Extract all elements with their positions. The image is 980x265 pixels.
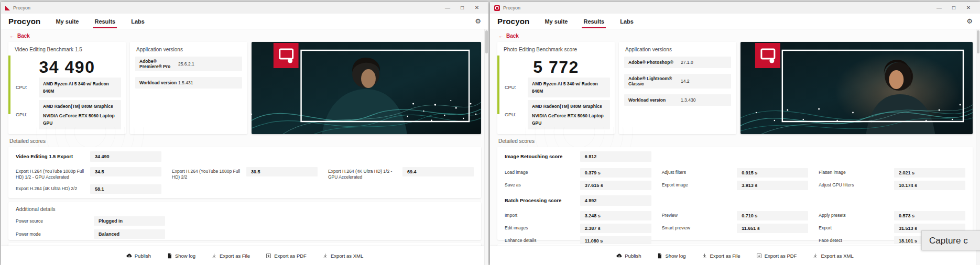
show-log-label: Show log [175,253,195,259]
detail-value: 2.021 s [894,168,965,178]
app-version-label: Adobe® Premiere® Pro [139,59,178,69]
settings-gear-icon[interactable]: ⚙ [475,14,481,29]
detail-label: Save as [505,181,580,188]
app-version-value: 1.5.431 [178,80,193,85]
tab-labs[interactable]: Labs [618,14,635,29]
procyon-logo-badge [274,43,299,68]
show-log-button[interactable]: Show log [657,253,685,259]
app-version-label: Workload version [139,80,178,85]
detail-cell: Export image 3.913 s [662,181,809,190]
detail-label: Export H.264 (4K Ultra HD) 2/2 [16,184,90,192]
export-as-xml-label: Export as XML [821,253,853,259]
tab-my-suite[interactable]: My suite [543,14,569,29]
gpu-value: AMD Radeon(TM) 840M Graphics NVIDIA GeFo… [528,100,610,129]
detail-label: Apply presets [819,211,894,218]
app-version-row: Adobe® Lightroom® Classic 14.2 [624,74,731,89]
brand-logo: Procyon [497,14,529,29]
detail-label: Batch Processing score [505,195,580,204]
detail-label: Import [505,211,580,218]
score-accent-bar [497,56,499,114]
back-button[interactable]: ← Back [498,33,519,39]
detail-value: 0.379 s [580,168,651,178]
procyon-logo-badge [755,43,780,68]
app-versions-title: Application versions [619,42,736,57]
download-icon [702,253,707,259]
scrollbar-thumb[interactable] [485,30,488,53]
detail-value: 34.5 [90,167,161,176]
app-version-value: 14.2 [681,79,690,84]
app-version-label: Workload version [628,97,681,103]
detail-label: Flatten image [819,168,894,175]
detail-value: 0.710 s [737,211,808,220]
benchmark-score: 34 490 [8,58,126,77]
show-log-button[interactable]: Show log [167,253,195,259]
back-label: Back [17,33,30,39]
scrollbar-thumb[interactable] [977,30,979,53]
maximize-button[interactable]: □ [455,2,470,14]
publish-button[interactable]: Publish [126,253,151,259]
detail-label: Adjust filters [662,168,737,175]
tab-results[interactable]: Results [93,14,117,29]
hero-image-video-benchmark [252,42,481,134]
detail-cell: Export H.264 (YouTube 1080p Full HD) 2/2… [172,167,318,180]
export-as-pdf-button[interactable]: Export as PDF [756,253,797,259]
detail-value: 3.913 s [737,181,808,190]
log-file-icon [167,253,172,259]
footer-actions: Publish Show log Export as File Export a… [1,246,488,265]
titlebar[interactable]: Procyon — □ ✕ [490,2,980,14]
gpu-value-line1: AMD Radeon(TM) 840M Graphics [43,103,117,110]
detail-value: Balanced [94,229,165,239]
publish-button[interactable]: Publish [616,253,641,259]
export-as-file-button[interactable]: Export as File [702,253,741,259]
nav-bar: Procyon My suite Results Labs ⚙ [490,14,980,29]
maximize-button[interactable]: □ [946,2,961,14]
minimize-button[interactable]: — [440,2,455,14]
detail-cell: Flatten image 2.021 s [819,168,965,178]
back-arrow-icon: ← [498,33,504,39]
export-as-xml-button[interactable]: Export as XML [812,253,853,259]
close-button[interactable]: ✕ [961,2,976,14]
app-version-row: Adobe® Premiere® Pro 25.6.2.1 [135,57,242,71]
window-title: Procyon [503,5,520,10]
detail-cell: Export H.264 (4K Ultra HD) 1/2 - GPU Acc… [328,167,474,180]
brand-logo: Procyon [8,14,40,29]
detail-value: 10.174 s [894,181,965,190]
vertical-scrollbar[interactable] [976,29,980,265]
procyon-app-icon [494,5,500,11]
app-versions-title: Application versions [130,42,247,57]
gpu-label: GPU: [16,112,39,117]
back-button[interactable]: ← Back [9,33,30,39]
detail-label: Preview [662,211,737,218]
detail-cell: Batch Processing score 4 892 [505,195,651,206]
detail-cell: Apply presets 0.573 s [819,211,965,220]
app-version-row: Workload version 1.3.430 [624,94,731,106]
detail-cell: Edit images 2.387 s [505,224,651,233]
cloud-upload-icon [616,253,622,259]
app-version-label: Adobe® Lightroom® Classic [628,76,681,86]
additional-detail-row: Power source Plugged in [16,216,165,226]
export-as-pdf-label: Export as PDF [765,253,797,259]
detail-label: Export image [662,181,737,188]
titlebar[interactable]: Procyon — □ ✕ [1,2,488,14]
minimize-button[interactable]: — [932,2,946,14]
export-as-pdf-button[interactable]: Export as PDF [266,253,307,259]
detail-value: 11.651 s [737,224,808,233]
tab-my-suite[interactable]: My suite [54,14,80,29]
tab-labs[interactable]: Labs [129,14,146,29]
tab-results[interactable]: Results [582,14,606,29]
download-icon [322,253,328,259]
detail-value: 34 490 [90,151,161,162]
close-button[interactable]: ✕ [470,2,484,14]
score-accent-bar [8,56,10,114]
detail-label: Image Retouching score [505,151,580,160]
export-as-xml-button[interactable]: Export as XML [322,253,363,259]
window-title: Procyon [13,5,30,10]
detail-cell: Video Editing 1.5 Export 34 490 [16,151,161,162]
gpu-value: AMD Radeon(TM) 840M Graphics NVIDIA GeFo… [39,100,121,129]
vertical-scrollbar[interactable] [484,29,488,265]
cloud-upload-icon [126,253,132,259]
settings-gear-icon[interactable]: ⚙ [966,14,973,29]
detail-cell: Export H.264 (4K Ultra HD) 2/2 58.1 [16,184,161,194]
export-as-file-button[interactable]: Export as File [211,253,250,259]
export-as-xml-label: Export as XML [331,253,363,259]
